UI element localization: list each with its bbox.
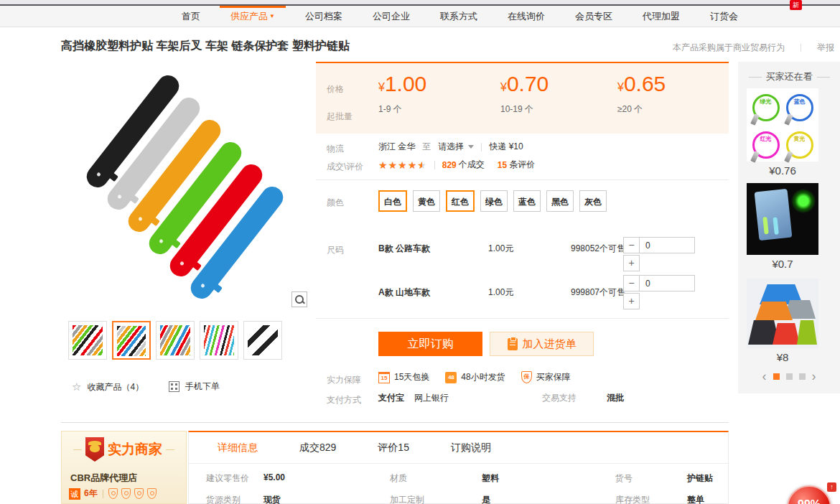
recommend-product-1-image[interactable]: 绿光 蓝色 红光 黄光	[747, 88, 818, 162]
logistics-label: 物流	[327, 143, 344, 155]
color-option-gray[interactable]: 灰色	[579, 190, 607, 212]
logistics-origin: 浙江 金华	[378, 141, 415, 153]
deal-count[interactable]: 829	[442, 160, 457, 170]
seller-name[interactable]: CBR品牌代理店	[70, 472, 137, 485]
nav-item-agency[interactable]: 代理加盟	[627, 6, 695, 27]
logistics-row: 浙江 金华 至 请选择 快递 ¥10	[378, 141, 523, 153]
price-label: 价格	[327, 83, 344, 95]
valve-light-green: 绿光	[752, 94, 780, 121]
qty-input-a[interactable]	[639, 275, 695, 291]
thumbnail-2-selected[interactable]	[112, 321, 151, 360]
divider	[434, 161, 435, 169]
nav-item-order-fair[interactable]: 订货会	[695, 6, 753, 27]
detail-panel: 详细信息 成交829 评价15 订购说明 建议零售价¥5.00 材质塑料 货号护…	[188, 431, 729, 504]
trade-notice: 本产品采购属于商业贸易行为	[673, 42, 785, 54]
divider	[481, 143, 482, 151]
tab-reviews[interactable]: 评价15	[378, 442, 409, 454]
chevron-down-icon[interactable]	[468, 145, 474, 149]
logistics-to: 至	[422, 141, 431, 153]
nav-item-contact[interactable]: 联系方式	[425, 6, 493, 27]
valve-light-blue: 蓝色	[786, 94, 813, 121]
service-shield-icon	[121, 488, 131, 499]
order-now-button[interactable]: 立即订购	[378, 332, 482, 356]
nav-item-company-profile[interactable]: 公司档案	[290, 6, 358, 27]
divider	[801, 44, 801, 52]
product-page: 新 首页 供应产品▼ 公司档案 公司企业 联系方式 在线询价 会员专区 代理加盟…	[0, 0, 840, 504]
chevron-left-icon[interactable]: ‹	[762, 372, 767, 381]
nav-item-inquiry[interactable]: 在线询价	[493, 6, 560, 27]
thumbnail-strip	[68, 321, 282, 360]
valve-light-yellow: 黄光	[786, 131, 813, 159]
seller-years: 6年	[84, 487, 98, 500]
thumbnail-3[interactable]	[156, 321, 195, 360]
mobile-order-label: 手机下单	[185, 381, 220, 393]
payment-label: 支付方式	[327, 394, 361, 406]
chevron-right-icon[interactable]: ›	[812, 372, 816, 381]
plus-button[interactable]: +	[623, 255, 640, 271]
color-option-white[interactable]: 白色	[378, 190, 407, 212]
color-label: 颜色	[327, 197, 344, 209]
star-outline-icon: ☆	[72, 381, 81, 393]
title-right: 本产品采购属于商业贸易行为 举报	[673, 42, 834, 54]
payment-netbank: 网上银行	[414, 392, 449, 404]
page-title: 高挡橡胶塑料护贴 车架后叉 车架 链条保护套 塑料护链贴	[61, 39, 350, 54]
clock-48-icon: 48	[445, 372, 457, 383]
minus-button[interactable]: −	[623, 237, 640, 253]
recommend-pager: ‹ ›	[738, 372, 840, 381]
trade-support-value: 混批	[607, 392, 624, 404]
nav-item-products[interactable]: 供应产品▼	[215, 6, 290, 27]
guarantee-48h: 48 48小时发货	[445, 371, 505, 383]
add-to-cart-button[interactable]: 加入进货单	[490, 332, 594, 356]
tab-detail-info[interactable]: 详细信息	[218, 442, 258, 454]
destination-select[interactable]: 请选择	[438, 141, 464, 153]
divider	[316, 179, 729, 180]
color-option-red[interactable]: 红色	[446, 190, 475, 212]
recommend-product-3-image[interactable]	[747, 279, 818, 348]
recommend-product-3-price: ¥8	[747, 351, 818, 363]
pager-dot-2[interactable]	[786, 373, 793, 380]
trade-support-label: 交易支持	[542, 392, 577, 404]
pager-dot-3[interactable]	[799, 373, 806, 380]
green-glow	[791, 189, 816, 213]
recommend-product-2-image[interactable]	[747, 183, 818, 255]
tab-deals[interactable]: 成交829	[299, 442, 336, 454]
guarantee-15day: 15 15天包换	[378, 371, 429, 383]
plus-button[interactable]: +	[623, 293, 640, 309]
seller-credit-row: 诚 6年	[69, 487, 157, 500]
nav-item-home[interactable]: 首页	[167, 6, 215, 27]
recommend-sidebar: 买家还在看 绿光 蓝色 红光 黄光 ¥0.76 ¥0.7 ¥8 ‹	[738, 62, 840, 393]
product-main-image[interactable]	[68, 70, 309, 309]
clipboard-icon	[508, 338, 518, 350]
color-option-blue[interactable]: 蓝色	[513, 190, 541, 212]
color-option-black[interactable]: 黑色	[546, 190, 574, 212]
new-badge: 新	[790, 0, 802, 10]
up-arrow-icon[interactable]: ↑	[827, 482, 836, 492]
pager-dot-1[interactable]	[773, 373, 780, 380]
thumbnail-4[interactable]	[200, 321, 238, 360]
nav-item-member-zone[interactable]: 会员专区	[560, 6, 627, 27]
detail-tabs: 详细信息 成交829 评价15 订购说明	[189, 432, 728, 464]
divider	[103, 490, 103, 498]
color-options: 白色 黄色 红色 绿色 蓝色 黑色 灰色	[378, 190, 607, 212]
calendar-15-icon: 15	[378, 372, 390, 383]
thumbnail-5[interactable]	[243, 321, 282, 360]
guarantee-buyer: 保 买家保障	[521, 371, 571, 383]
thumbnail-1[interactable]	[68, 321, 107, 360]
qty-input-b[interactable]	[639, 237, 695, 253]
satisfaction-badge[interactable]: 99%	[787, 485, 831, 504]
magnifier-icon[interactable]	[291, 291, 307, 307]
color-option-green[interactable]: 绿色	[480, 190, 508, 212]
top-banner	[0, 0, 840, 6]
review-count[interactable]: 15	[498, 160, 507, 170]
main-nav: 首页 供应产品▼ 公司档案 公司企业 联系方式 在线询价 会员专区 代理加盟 订…	[0, 6, 840, 27]
favorite-product[interactable]: ☆ 收藏产品（4）	[72, 381, 144, 393]
nav-item-company[interactable]: 公司企业	[358, 6, 425, 27]
report-link[interactable]: 举报	[817, 42, 834, 54]
tab-order-notes[interactable]: 订购说明	[451, 442, 491, 454]
divider	[316, 318, 729, 319]
mobile-order[interactable]: 手机下单	[169, 381, 220, 393]
color-option-yellow[interactable]: 黄色	[413, 190, 440, 212]
price-tier-2: ¥0.70 10-19 个	[500, 72, 615, 116]
minus-button[interactable]: −	[623, 275, 640, 291]
divider	[61, 422, 729, 423]
